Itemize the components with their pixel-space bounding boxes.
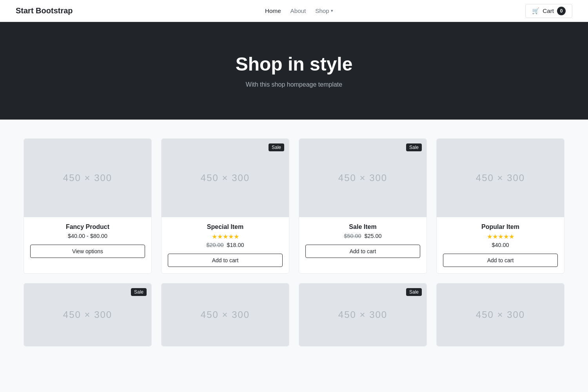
product-image-row2-3: 450 × 300 Sale [299, 283, 426, 346]
placeholder-text: 450 × 300 [63, 172, 112, 183]
product-title-sale-item: Sale Item [305, 223, 420, 230]
products-grid-row2: 450 × 300 Sale 450 × 300 450 × 300 Sale … [24, 283, 564, 347]
product-image-row2-2: 450 × 300 [162, 283, 289, 346]
placeholder-text: 450 × 300 [338, 309, 387, 320]
product-image-popular-item: 450 × 300 [437, 139, 564, 217]
product-card-row2-4: 450 × 300 [436, 283, 564, 347]
sale-price: $25.00 [365, 233, 382, 239]
navbar: Start Bootstrap Home About Shop ▾ 🛒 Cart… [0, 0, 588, 22]
product-body-special-item: Special Item ★★★★★ $20.00 $18.00 Add to … [162, 217, 289, 273]
product-body-popular-item: Popular Item ★★★★★ $40.00 Add to cart [437, 217, 564, 273]
product-title-popular-item: Popular Item [443, 223, 558, 230]
product-stars-special-item: ★★★★★ [168, 233, 283, 240]
cart-icon: 🛒 [532, 7, 539, 15]
product-card-sale-item: 450 × 300 Sale Sale Item $50.00 $25.00 A… [299, 138, 427, 274]
product-card-row2-2: 450 × 300 [161, 283, 289, 347]
product-card-row2-3: 450 × 300 Sale [299, 283, 427, 347]
product-card-popular-item: 450 × 300 Popular Item ★★★★★ $40.00 Add … [436, 138, 564, 274]
cart-count-badge: 0 [557, 7, 566, 15]
product-price-fancy-product: $40.00 - $80.00 [30, 233, 145, 239]
hero-subtitle: With this shop hompeage template [16, 81, 572, 88]
nav-shop-dropdown[interactable]: Shop ▾ [315, 7, 333, 14]
view-options-button[interactable]: View options [30, 245, 145, 258]
add-to-cart-button-sale[interactable]: Add to cart [305, 245, 420, 258]
product-title-special-item: Special Item [168, 223, 283, 230]
product-card-row2-1: 450 × 300 Sale [24, 283, 152, 347]
product-price-sale-item: $50.00 $25.00 [305, 233, 420, 239]
nav-links: Home About Shop ▾ [265, 7, 333, 15]
product-stars-popular-item: ★★★★★ [443, 233, 558, 240]
cart-button[interactable]: 🛒 Cart 0 [525, 4, 572, 18]
hero-section: Shop in style With this shop hompeage te… [0, 22, 588, 120]
product-title-fancy-product: Fancy Product [30, 223, 145, 230]
original-price: $20.00 [206, 242, 223, 248]
products-grid-row1: 450 × 300 Fancy Product $40.00 - $80.00 … [24, 138, 564, 274]
placeholder-text: 450 × 300 [476, 172, 525, 183]
sale-badge-special-item: Sale [269, 143, 284, 151]
product-image-special-item: 450 × 300 Sale [162, 139, 289, 217]
products-section: 450 × 300 Fancy Product $40.00 - $80.00 … [0, 120, 588, 365]
original-price: $50.00 [344, 233, 361, 239]
product-image-row2-1: 450 × 300 Sale [24, 283, 151, 346]
product-price-popular-item: $40.00 [443, 242, 558, 248]
placeholder-text: 450 × 300 [476, 309, 525, 320]
nav-home[interactable]: Home [265, 7, 281, 14]
product-price-special-item: $20.00 $18.00 [168, 242, 283, 248]
nav-about[interactable]: About [290, 7, 306, 14]
sale-price: $18.00 [227, 242, 244, 248]
hero-title: Shop in style [16, 53, 572, 75]
product-card-fancy-product: 450 × 300 Fancy Product $40.00 - $80.00 … [24, 138, 152, 274]
product-body-sale-item: Sale Item $50.00 $25.00 Add to cart [299, 217, 426, 264]
product-image-fancy-product: 450 × 300 [24, 139, 151, 217]
placeholder-text: 450 × 300 [63, 309, 112, 320]
brand-logo[interactable]: Start Bootstrap [16, 6, 73, 15]
placeholder-text: 450 × 300 [338, 172, 387, 183]
sale-badge-row2-1: Sale [131, 288, 147, 296]
add-to-cart-button-popular[interactable]: Add to cart [443, 254, 558, 267]
product-card-special-item: 450 × 300 Sale Special Item ★★★★★ $20.00… [161, 138, 289, 274]
nav-shop-label: Shop [315, 7, 329, 14]
sale-badge-sale-item: Sale [406, 143, 422, 151]
placeholder-text: 450 × 300 [201, 172, 250, 183]
sale-badge-row2-3: Sale [406, 288, 422, 296]
cart-label: Cart [543, 7, 554, 14]
product-image-sale-item: 450 × 300 Sale [299, 139, 426, 217]
product-body-fancy-product: Fancy Product $40.00 - $80.00 View optio… [24, 217, 151, 264]
placeholder-text: 450 × 300 [201, 309, 250, 320]
product-image-row2-4: 450 × 300 [437, 283, 564, 346]
chevron-down-icon: ▾ [331, 8, 333, 13]
add-to-cart-button-special[interactable]: Add to cart [168, 254, 283, 267]
